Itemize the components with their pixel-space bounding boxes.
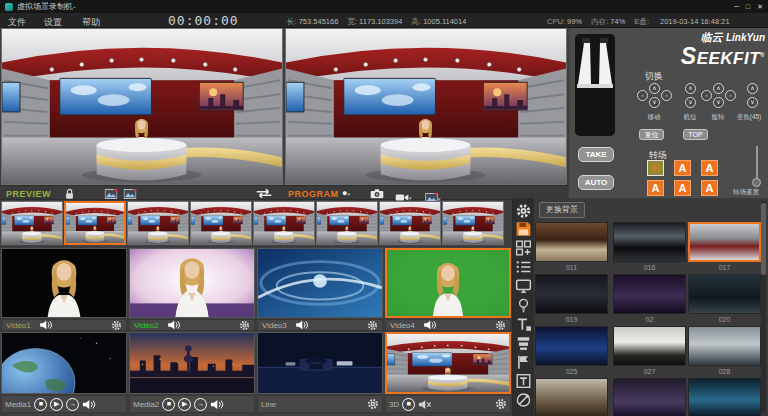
t-bar-fader[interactable] (575, 34, 615, 136)
chevron-down-icon[interactable]: ∨ (649, 97, 660, 108)
chevron-down-icon[interactable]: ∨ (713, 97, 724, 108)
camera-angle-8[interactable] (442, 201, 504, 245)
media2-thumbnail[interactable] (129, 332, 255, 394)
camera-angle-1[interactable] (1, 201, 63, 245)
camera-angle-5[interactable] (253, 201, 315, 245)
flag-icon[interactable] (515, 354, 532, 370)
scene-tile-027[interactable] (613, 326, 686, 366)
speaker-icon[interactable] (167, 320, 181, 330)
paint-icon[interactable] (515, 392, 532, 408)
close-button[interactable]: ✕ (757, 3, 763, 11)
transition-button-a5[interactable]: A (701, 180, 718, 196)
camera-angle-3[interactable] (127, 201, 189, 245)
auto-button[interactable]: AUTO (578, 175, 614, 190)
program-monitor[interactable] (285, 28, 567, 185)
chevron-up-icon[interactable]: ∧ (649, 83, 660, 94)
loop-button[interactable]: → (66, 398, 79, 411)
loop-button[interactable]: → (194, 398, 207, 411)
video1-thumbnail[interactable] (1, 248, 127, 318)
transition-button-a3[interactable]: A (647, 180, 664, 196)
gear-icon[interactable] (367, 320, 378, 331)
transition-button-a2[interactable]: A (701, 160, 718, 176)
stop-button[interactable]: ■ (34, 398, 47, 411)
chevron-left-icon[interactable]: ‹ (701, 90, 712, 101)
chevron-right-icon[interactable]: › (661, 90, 672, 101)
scene-tile-019[interactable] (535, 274, 608, 314)
maximize-button[interactable]: □ (746, 3, 750, 11)
chevron-up-icon[interactable]: ∧ (685, 83, 696, 94)
scene-tile-020[interactable] (688, 274, 761, 314)
scrollbar-thumb[interactable] (761, 203, 766, 275)
snapshot-image-alt-icon[interactable] (123, 189, 137, 199)
stop-button[interactable]: ■ (402, 398, 415, 411)
speaker-icon[interactable] (39, 320, 53, 330)
line-thumbnail[interactable] (257, 332, 383, 394)
chevron-down-icon[interactable]: ∨ (747, 97, 758, 108)
speaker-muted-icon[interactable] (418, 399, 432, 410)
scene-tile-016[interactable] (613, 222, 686, 262)
video2-thumbnail[interactable] (129, 248, 255, 318)
lock-icon[interactable] (64, 188, 75, 200)
speaker-icon[interactable] (210, 399, 224, 410)
text-tool-icon[interactable] (515, 316, 532, 332)
scene-tile-017[interactable] (688, 222, 761, 262)
transition-button-b[interactable]: B (647, 160, 664, 176)
gear-icon[interactable] (495, 398, 507, 410)
top-button[interactable]: TOP (683, 129, 708, 140)
layers-icon[interactable] (515, 335, 532, 351)
gear-icon[interactable] (239, 320, 250, 331)
3d-output-thumbnail[interactable] (385, 332, 511, 394)
save-icon[interactable] (515, 221, 532, 237)
scene-tile-028[interactable] (688, 326, 761, 366)
gear-icon[interactable] (495, 320, 506, 331)
camera-angle-6[interactable] (316, 201, 378, 245)
scene-tile-011[interactable] (535, 222, 608, 262)
scene-tile-partial-2[interactable] (613, 378, 686, 416)
bulb-icon[interactable] (515, 297, 532, 313)
change-background-tab[interactable]: 更换背景 (539, 202, 585, 218)
video4-thumbnail[interactable] (385, 248, 511, 318)
stop-button[interactable]: ■ (162, 398, 175, 411)
list-icon[interactable] (515, 259, 532, 275)
gear-icon[interactable] (367, 398, 379, 410)
minimize-button[interactable]: ─ (734, 3, 739, 11)
reset-button[interactable]: 复位 (639, 129, 664, 140)
transition-button-a1[interactable]: A (674, 160, 691, 176)
chevron-up-icon[interactable]: ∧ (747, 83, 758, 94)
layout-grid-icon[interactable] (515, 240, 532, 256)
scene-tile-partial-1[interactable] (535, 378, 608, 416)
settings-gear-icon[interactable] (515, 203, 532, 219)
transition-button-a4[interactable]: A (674, 180, 691, 196)
camera-angle-4[interactable] (190, 201, 252, 245)
gallery-scrollbar[interactable] (761, 201, 766, 413)
swap-preview-program-icon[interactable] (252, 188, 276, 199)
preview-monitor[interactable] (1, 28, 283, 185)
play-button[interactable]: ▶ (178, 398, 191, 411)
media1-thumbnail[interactable] (1, 332, 127, 394)
scene-tile-02[interactable] (613, 274, 686, 314)
speaker-icon[interactable] (423, 320, 437, 330)
preview-label: PREVIEW (6, 189, 51, 199)
scene-label: 020 (688, 316, 761, 323)
text-box-icon[interactable] (515, 373, 532, 389)
slider-thumb[interactable] (752, 178, 761, 187)
gear-icon[interactable] (111, 320, 122, 331)
chevron-down-icon[interactable]: ∨ (685, 97, 696, 108)
monitor-icon[interactable] (515, 278, 532, 294)
video4-name: Video4 (390, 321, 415, 330)
camera-angle-7[interactable] (379, 201, 441, 245)
chevron-right-icon[interactable]: › (725, 90, 736, 101)
camera-icon[interactable] (370, 188, 384, 199)
take-button[interactable]: TAKE (578, 147, 614, 162)
snapshot-image-icon[interactable] (104, 189, 118, 199)
speaker-icon[interactable] (82, 399, 96, 410)
scene-tile-partial-3[interactable] (688, 378, 761, 416)
speaker-icon[interactable] (295, 320, 309, 330)
camera-angle-2[interactable] (64, 201, 126, 245)
record-icon[interactable]: ●▾ (342, 188, 350, 198)
video3-thumbnail[interactable] (257, 248, 383, 318)
chevron-left-icon[interactable]: ‹ (637, 90, 648, 101)
chevron-up-icon[interactable]: ∧ (713, 83, 724, 94)
scene-tile-025[interactable] (535, 326, 608, 366)
play-button[interactable]: ▶ (50, 398, 63, 411)
